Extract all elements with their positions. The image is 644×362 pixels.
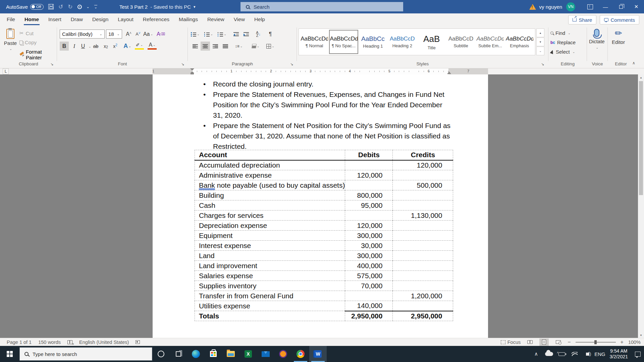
menu-tab-layout[interactable]: Layout — [113, 13, 138, 26]
cell-credits[interactable] — [393, 200, 453, 210]
table-totals-row[interactable]: Totals2,950,0002,950,000 — [195, 311, 453, 321]
language-switcher[interactable]: ENG — [594, 346, 606, 362]
increase-indent-button[interactable] — [241, 29, 251, 39]
print-layout-button[interactable] — [539, 339, 549, 346]
justify-button[interactable] — [221, 42, 230, 51]
change-case-button[interactable]: Aa⌄ — [144, 29, 153, 39]
table-row[interactable]: Charges for services1,130,000 — [195, 210, 453, 221]
taskbar-file-explorer[interactable] — [222, 346, 239, 362]
cell-account[interactable]: Salaries expense — [195, 271, 345, 281]
read-mode-button[interactable] — [525, 339, 535, 346]
menu-tab-view[interactable]: View — [229, 13, 250, 26]
cortana-button[interactable] — [152, 346, 170, 362]
comments-button[interactable]: Comments — [600, 15, 639, 24]
bullet-item[interactable]: Record the closing journal entry. — [213, 79, 453, 89]
zoom-slider-thumb[interactable] — [594, 340, 597, 344]
cut-button[interactable]: ✂Cut — [19, 30, 34, 36]
page-indicator[interactable]: Page 1 of 1 — [7, 340, 32, 345]
cell-credits[interactable] — [393, 190, 453, 200]
table-row[interactable]: Utilities expense140,000 — [195, 301, 453, 311]
cell-debits[interactable]: 300,000 — [345, 231, 393, 241]
menu-tab-insert[interactable]: Insert — [44, 13, 66, 26]
superscript-button[interactable]: x2 — [111, 42, 120, 51]
save-icon[interactable] — [48, 4, 54, 9]
table-row[interactable]: Cash95,000 — [195, 200, 453, 210]
cell-account[interactable]: Land — [195, 251, 345, 261]
copy-button[interactable]: Copy — [19, 40, 37, 45]
cell-account[interactable]: Cash — [195, 200, 345, 210]
touch-mode-icon[interactable] — [77, 5, 82, 9]
zoom-out-button[interactable]: − — [568, 339, 571, 345]
menu-tab-home[interactable]: Home — [20, 13, 44, 26]
close-button[interactable]: ✕ — [629, 0, 644, 13]
action-center-icon[interactable] — [631, 346, 644, 362]
decrease-indent-button[interactable] — [231, 29, 241, 39]
cell-account[interactable]: Bank note payable (used to buy capital a… — [195, 180, 345, 190]
volume-icon[interactable] — [581, 346, 594, 362]
zoom-in-button[interactable]: + — [621, 339, 624, 345]
cell-account[interactable]: Accumulated depreciation — [195, 160, 345, 170]
align-left-button[interactable] — [191, 42, 200, 51]
autosave-toggle[interactable]: AutoSave Off — [6, 4, 44, 10]
clear-formatting-button[interactable]: A⌫ — [156, 29, 165, 39]
table-row[interactable]: Land improvement400,000 — [195, 261, 453, 271]
cell-debits[interactable]: 800,000 — [345, 190, 393, 200]
styles-more-icon[interactable]: ⌄ — [536, 47, 544, 55]
taskbar-avast-browser[interactable] — [274, 346, 292, 362]
cell-credits[interactable] — [393, 170, 453, 180]
clipboard-dialog-launcher-icon[interactable]: ↘ — [50, 62, 53, 66]
styles-dialog-launcher-icon[interactable]: ↘ — [541, 62, 544, 66]
cell-credits[interactable] — [393, 261, 453, 271]
share-button[interactable]: Share — [568, 15, 596, 24]
first-line-indent-marker[interactable] — [190, 68, 194, 71]
table-row[interactable]: Administrative expense120,000 — [195, 170, 453, 180]
document-page[interactable]: Record the closing journal entry.Prepare… — [153, 74, 488, 338]
redo-icon[interactable]: ↻ — [68, 3, 72, 10]
bullet-item[interactable]: Prepare the Statement of Revenues, Expen… — [213, 89, 453, 120]
menu-tab-design[interactable]: Design — [88, 13, 113, 26]
focus-mode-button[interactable]: Focus — [501, 340, 521, 345]
cell-credits[interactable] — [393, 271, 453, 281]
menu-tab-draw[interactable]: Draw — [66, 13, 88, 26]
taskbar-store[interactable] — [205, 346, 222, 362]
table-row[interactable]: Accumulated depreciation120,000 — [195, 160, 453, 170]
select-button[interactable]: Select⌄ — [550, 49, 575, 55]
taskbar-edge[interactable] — [187, 346, 205, 362]
cell-credits[interactable]: 1,130,000 — [393, 210, 453, 221]
grow-font-button[interactable]: A˄ — [124, 29, 133, 39]
style-chip-normal[interactable]: AaBbCcDd¶ Normal — [300, 30, 329, 54]
cell-debits[interactable]: 400,000 — [345, 261, 393, 271]
font-size-select[interactable]: 18⌄ — [106, 29, 122, 39]
table-row[interactable]: Interest expense30,000 — [195, 241, 453, 251]
sort-button[interactable]: AZ↓ — [254, 29, 263, 39]
word-count[interactable]: 150 words — [38, 340, 61, 345]
tab-stop-selector[interactable]: L — [3, 68, 9, 74]
menu-tab-help[interactable]: Help — [250, 13, 270, 26]
cell-account[interactable]: Equipment — [195, 231, 345, 241]
minimize-button[interactable]: — — [598, 0, 613, 13]
cell-account[interactable]: Administrative expense — [195, 170, 345, 180]
strikethrough-button[interactable]: ab — [91, 42, 100, 51]
taskbar-chrome[interactable] — [292, 346, 309, 362]
taskbar-word[interactable]: W — [309, 346, 327, 362]
cell-debits[interactable] — [345, 210, 393, 221]
cell-account[interactable]: Building — [195, 190, 345, 200]
table-row[interactable]: Salaries expense575,000 — [195, 271, 453, 281]
style-chip-emphasis[interactable]: AaBbCcDdEmphasis — [505, 30, 534, 54]
menu-tab-mailings[interactable]: Mailings — [174, 13, 203, 26]
cell-credits[interactable] — [393, 221, 453, 231]
table-row[interactable]: Land300,000 — [195, 251, 453, 261]
onedrive-icon[interactable] — [543, 346, 555, 362]
table-row[interactable]: Bank note payable (used to buy capital a… — [195, 180, 453, 190]
clock[interactable]: 9:54 AM 3/2/2021 — [606, 348, 632, 360]
bullets-button[interactable]: ⌄ — [191, 29, 200, 39]
cell-credits[interactable]: 120,000 — [393, 160, 453, 170]
autosave-switch-icon[interactable]: Off — [30, 4, 44, 10]
underline-caret-icon[interactable]: ⌄ — [89, 45, 91, 48]
table-row[interactable]: Equipment300,000 — [195, 231, 453, 241]
paragraph-dialog-launcher-icon[interactable]: ↘ — [290, 62, 293, 66]
cell-totals-label[interactable]: Totals — [195, 311, 345, 321]
dictate-button[interactable]: Dictate ⌄ — [589, 29, 605, 49]
cell-credits[interactable] — [393, 251, 453, 261]
table-row[interactable]: Depreciation expense120,000 — [195, 221, 453, 231]
